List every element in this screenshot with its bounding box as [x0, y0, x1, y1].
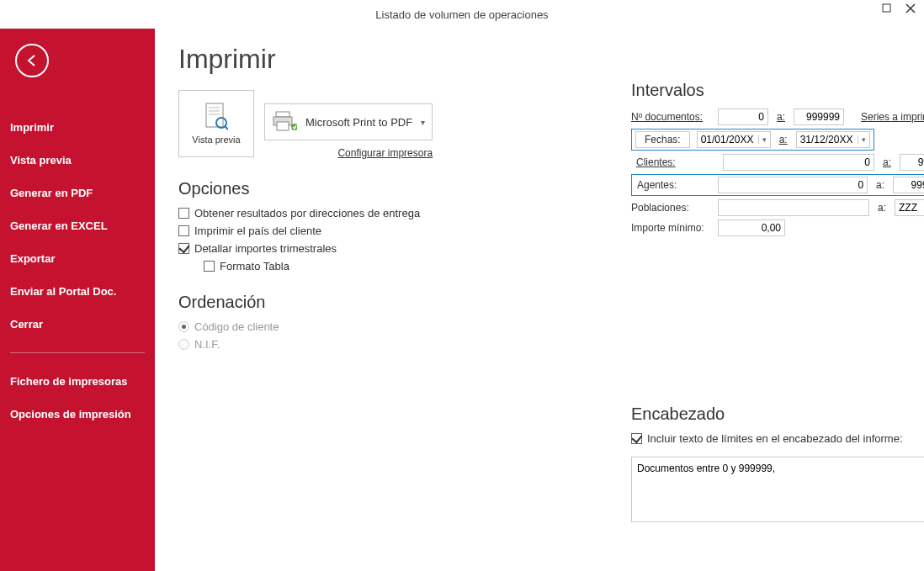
row-poblaciones: Poblaciones: a: — [631, 199, 924, 216]
titlebar: Listado de volumen de operaciones — [0, 0, 924, 29]
sidebar-item-cerrar[interactable]: Cerrar — [0, 308, 155, 341]
input-ndoc-to[interactable] — [794, 108, 844, 125]
printer-name: Microsoft Print to PDF — [305, 116, 412, 129]
row-clientes: Clientes: a: — [631, 154, 924, 171]
date-from[interactable]: ▾ — [697, 131, 771, 148]
preview-button[interactable]: Vista previa — [178, 90, 254, 157]
sidebar-separator — [10, 352, 145, 353]
sidebar-item-fichero-impresoras[interactable]: Fichero de impresoras — [0, 365, 155, 398]
checkbox-direcciones[interactable] — [178, 208, 189, 219]
label-clientes[interactable]: Clientes: — [636, 156, 716, 168]
right-column: Intervalos Nº documentos: a: Series a im… — [631, 81, 924, 525]
label-fechas[interactable]: Fechas: — [635, 131, 690, 148]
input-ndoc-from[interactable] — [718, 108, 768, 125]
sidebar-item-imprimir[interactable]: Imprimir — [0, 111, 155, 144]
svg-rect-11 — [277, 122, 289, 130]
series-link[interactable]: Series a imprimir: — [861, 111, 924, 123]
checkbox-trimestrales[interactable] — [178, 243, 189, 254]
sidebar-item-opciones-impresion[interactable]: Opciones de impresión — [0, 398, 155, 431]
back-button[interactable] — [15, 44, 49, 77]
section-intervalos: Intervalos — [631, 81, 924, 100]
printer-dropdown[interactable]: Microsoft Print to PDF ▾ — [264, 103, 433, 140]
row-importe: Importe mínimo: — [631, 219, 924, 236]
checkbox-incluir-texto[interactable] — [631, 433, 642, 444]
close-icon[interactable] — [905, 3, 917, 15]
label-a: a: — [881, 156, 893, 168]
sidebar-item-generar-excel[interactable]: Generar en EXCEL — [0, 209, 155, 242]
checkbox-tabla[interactable] — [204, 261, 215, 272]
svg-line-8 — [225, 126, 228, 130]
highlight-fechas: Fechas: ▾ a: ▾ — [631, 129, 874, 151]
radio-nif[interactable] — [178, 339, 189, 350]
label-agentes[interactable]: Agentes: — [637, 179, 711, 191]
label-ndoc[interactable]: Nº documentos: — [631, 111, 711, 123]
sidebar-item-generar-pdf[interactable]: Generar en PDF — [0, 177, 155, 209]
configure-printer-link[interactable]: Configurar impresora — [264, 147, 433, 159]
checkbox-pais[interactable] — [178, 225, 189, 236]
input-pobl-to[interactable] — [895, 199, 924, 216]
row-fechas: Fechas: ▾ a: ▾ — [631, 129, 924, 151]
row-agentes: Agentes: a: — [631, 174, 924, 196]
input-importe-min[interactable] — [718, 219, 785, 236]
preview-label: Vista previa — [192, 135, 240, 145]
maximize-icon[interactable] — [882, 3, 894, 15]
page-title: Imprimir — [178, 44, 900, 75]
input-fecha-to[interactable] — [797, 132, 858, 147]
radio-codigo[interactable] — [178, 321, 189, 332]
sidebar: Imprimir Vista previa Generar en PDF Gen… — [0, 29, 155, 571]
label-a: a: — [778, 134, 789, 145]
svg-rect-3 — [206, 103, 223, 127]
row-ndocumentos: Nº documentos: a: Series a imprimir: — [631, 108, 924, 125]
svg-rect-0 — [883, 4, 890, 12]
encabezado-textarea[interactable] — [631, 457, 924, 522]
label-a: a: — [876, 202, 888, 214]
input-fecha-from[interactable] — [698, 132, 758, 147]
highlight-agentes: Agentes: a: — [631, 174, 924, 196]
label-poblaciones: Poblaciones: — [631, 202, 711, 214]
date-to[interactable]: ▾ — [796, 131, 870, 148]
label-a: a: — [775, 111, 787, 123]
chevron-down-icon[interactable]: ▾ — [858, 135, 869, 144]
opt-incluir-texto[interactable]: Incluir texto de límites en el encabezad… — [631, 432, 924, 445]
input-agentes-from[interactable] — [718, 177, 868, 193]
section-encabezado: Encabezado — [631, 404, 924, 424]
svg-rect-9 — [276, 112, 289, 117]
input-agentes-to[interactable] — [893, 177, 924, 193]
input-clientes-from[interactable] — [723, 154, 874, 171]
chevron-down-icon[interactable]: ▾ — [758, 135, 770, 144]
chevron-down-icon: ▾ — [421, 118, 425, 127]
label-a: a: — [874, 179, 886, 191]
label-importe: Importe mínimo: — [631, 222, 711, 234]
input-clientes-to[interactable] — [900, 154, 924, 171]
sidebar-item-enviar-portal[interactable]: Enviar al Portal Doc. — [0, 275, 155, 308]
sidebar-item-vista-previa[interactable]: Vista previa — [0, 144, 155, 177]
window-title: Listado de volumen de operaciones — [375, 8, 548, 21]
document-preview-icon — [204, 103, 228, 131]
input-pobl-from[interactable] — [718, 199, 869, 216]
printer-icon — [272, 110, 297, 135]
sidebar-item-exportar[interactable]: Exportar — [0, 242, 155, 275]
